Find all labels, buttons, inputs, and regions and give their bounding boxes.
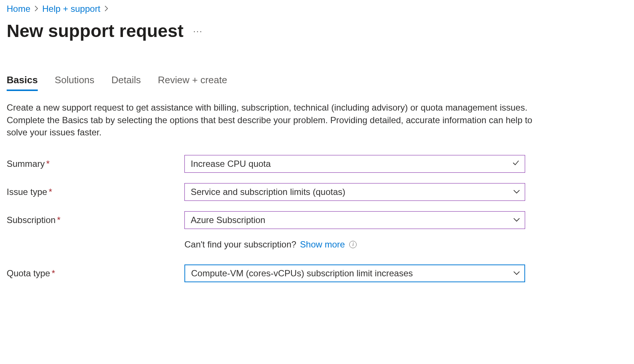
- chevron-right-icon: [104, 5, 109, 13]
- show-more-link[interactable]: Show more: [300, 239, 345, 250]
- title-row: New support request ···: [7, 21, 627, 41]
- breadcrumb: Home Help + support: [7, 4, 627, 14]
- tab-solutions[interactable]: Solutions: [55, 74, 94, 91]
- tab-review-create[interactable]: Review + create: [158, 74, 227, 91]
- breadcrumb-help-support[interactable]: Help + support: [42, 4, 100, 14]
- summary-input[interactable]: Increase CPU quota: [184, 155, 525, 173]
- tab-details[interactable]: Details: [111, 74, 141, 91]
- form-row-issue-type: Issue type* Service and subscription lim…: [7, 183, 627, 201]
- quota-type-label: Quota type*: [7, 268, 184, 279]
- issue-type-select[interactable]: Service and subscription limits (quotas): [184, 183, 525, 201]
- tabs: Basics Solutions Details Review + create: [7, 74, 627, 91]
- page-title: New support request: [7, 21, 183, 41]
- form-row-quota-type: Quota type* Compute-VM (cores-vCPUs) sub…: [7, 264, 627, 282]
- breadcrumb-home[interactable]: Home: [7, 4, 30, 14]
- subscription-select[interactable]: Azure Subscription: [184, 211, 525, 229]
- more-actions-button[interactable]: ···: [193, 26, 203, 36]
- form-row-subscription: Subscription* Azure Subscription: [7, 211, 627, 229]
- chevron-right-icon: [34, 5, 39, 13]
- subscription-hint: Can't find your subscription? Show more …: [184, 239, 357, 250]
- tab-basics[interactable]: Basics: [7, 74, 38, 91]
- description-text: Create a new support request to get assi…: [7, 101, 533, 139]
- issue-type-label: Issue type*: [7, 187, 184, 197]
- quota-type-select[interactable]: Compute-VM (cores-vCPUs) subscription li…: [184, 264, 525, 282]
- form-row-summary: Summary* Increase CPU quota: [7, 155, 627, 173]
- subscription-label: Subscription*: [7, 215, 184, 225]
- info-icon[interactable]: i: [349, 241, 357, 248]
- summary-label: Summary*: [7, 159, 184, 169]
- subscription-hint-row: Can't find your subscription? Show more …: [7, 239, 627, 250]
